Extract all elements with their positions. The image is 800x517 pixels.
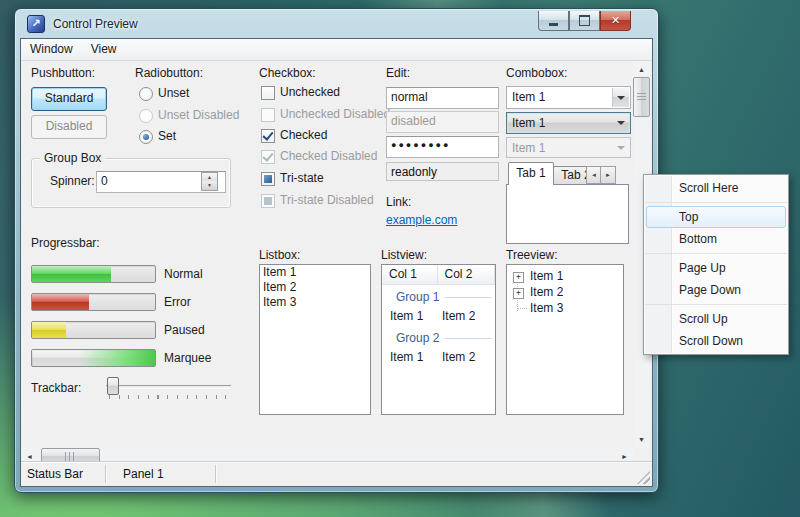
menu-item-scroll-up[interactable]: Scroll Up [646, 308, 786, 330]
listview-column-header[interactable]: Col 2 [438, 265, 495, 284]
group-box: Group Box Spinner: 0 ▲ ▼ [31, 158, 231, 208]
tree-item[interactable]: Item 2 [530, 285, 563, 299]
listbox-item[interactable]: Item 1 [260, 265, 370, 280]
combobox-button-drop-button[interactable] [613, 114, 629, 132]
menu-item-top[interactable]: Top [646, 206, 786, 228]
spinner-down-button[interactable]: ▼ [201, 181, 218, 191]
progressbar-marquee [31, 349, 156, 367]
horizontal-scrollbar[interactable]: ◄ ► [21, 448, 633, 462]
checkbox-tristate[interactable] [261, 172, 275, 186]
example-link[interactable]: example.com [386, 213, 457, 227]
desktop-background: ↗ Control Preview ✕ Window View Pushbutt… [0, 0, 800, 517]
listview-group-header: Group 2 [396, 331, 491, 345]
link-label: Link: [386, 195, 411, 209]
vertical-scrollbar-thumb[interactable] [633, 77, 650, 117]
checkbox-checked-disabled [261, 150, 275, 164]
group-box-title: Group Box [40, 151, 105, 165]
scrollbar-context-menu: Scroll Here Top Bottom Page Up Page Down… [643, 174, 789, 355]
checkbox-unchecked-disabled [261, 108, 275, 122]
progressbar-normal-fill [32, 266, 111, 282]
progressbar-error-label: Error [164, 295, 191, 309]
combobox-editable-drop-button[interactable] [612, 88, 629, 107]
radio-set[interactable] [139, 130, 153, 144]
menu-separator [645, 253, 787, 254]
edit-normal[interactable]: normal [386, 87, 499, 109]
menu-item-bottom[interactable]: Bottom [646, 228, 786, 250]
checkbox-unchecked-label[interactable]: Unchecked [280, 85, 340, 99]
treeview: + Item 1 + Item 2 Item 3 [506, 264, 624, 415]
progressbar-marquee-label: Marquee [164, 351, 211, 365]
radiobutton-label: Radiobutton: [135, 66, 203, 80]
listview-header: Col 1 Col 2 [382, 265, 495, 285]
checkbox-label: Checkbox: [259, 66, 316, 80]
menu-item-scroll-down[interactable]: Scroll Down [646, 330, 786, 352]
scroll-right-icon[interactable]: ► [621, 453, 628, 460]
checkbox-checked[interactable] [261, 129, 275, 143]
treeview-label: Treeview: [506, 248, 558, 262]
close-icon: ✕ [611, 12, 620, 29]
tree-item[interactable]: Item 1 [530, 269, 563, 283]
edit-password[interactable]: ●●●●●●●● [386, 136, 499, 158]
chevron-down-icon [617, 146, 625, 150]
trackbar-thumb[interactable] [107, 377, 119, 395]
close-button[interactable]: ✕ [600, 11, 631, 31]
menu-item-page-up[interactable]: Page Up [646, 257, 786, 279]
checkbox-tristate-disabled [261, 194, 275, 208]
trackbar-track[interactable] [106, 385, 231, 389]
checkbox-unchecked-disabled-label: Unchecked Disabled [280, 107, 390, 121]
spinner-label: Spinner: [50, 174, 95, 188]
control-preview-window: ↗ Control Preview ✕ Window View Pushbutt… [14, 8, 659, 493]
maximize-button[interactable] [569, 11, 600, 31]
listview-cell[interactable]: Item 1 [390, 309, 423, 323]
progressbar-marquee-fill [32, 350, 155, 366]
listview-cell[interactable]: Item 1 [390, 350, 423, 364]
window-body: Window View Pushbutton: Standard Disable… [20, 38, 653, 487]
checkbox-tristate-label[interactable]: Tri-state [280, 171, 324, 185]
tab-1[interactable]: Tab 1 [508, 162, 554, 185]
progressbar-normal [31, 265, 156, 283]
tab-scroll-right-button[interactable]: ► [600, 166, 616, 184]
radio-unset-label[interactable]: Unset [158, 86, 189, 100]
menu-item-page-down[interactable]: Page Down [646, 279, 786, 301]
scroll-left-icon[interactable]: ◄ [26, 453, 33, 460]
resize-grip[interactable] [637, 471, 650, 484]
thumb-grip [637, 93, 646, 101]
trackbar-ticks [109, 395, 231, 399]
maximize-icon [579, 15, 590, 26]
radio-set-label[interactable]: Set [158, 129, 176, 143]
menu-separator [645, 202, 787, 203]
listview-column-header[interactable]: Col 1 [382, 265, 438, 284]
tree-item[interactable]: Item 3 [530, 301, 563, 315]
combobox-button[interactable]: Item 1 [506, 112, 631, 134]
combobox-editable[interactable]: Item 1 [506, 86, 631, 109]
edit-readonly[interactable]: readonly [386, 162, 499, 181]
radio-unset[interactable] [139, 87, 153, 101]
listview: Col 1 Col 2 Group 1 Item 1 Item 2 Group … [381, 264, 496, 415]
scroll-up-icon[interactable]: ▲ [638, 66, 645, 73]
menu-item-scroll-here[interactable]: Scroll Here [646, 177, 786, 199]
menu-window[interactable]: Window [21, 39, 82, 60]
tree-expander-plus-icon[interactable]: + [513, 272, 524, 283]
status-bar-panel: Panel 1 [123, 467, 164, 481]
window-title: Control Preview [53, 17, 138, 31]
status-bar: Status Bar Panel 1 [21, 461, 652, 486]
listview-cell[interactable]: Item 2 [442, 350, 475, 364]
standard-button[interactable]: Standard [31, 87, 107, 111]
listbox: Item 1 Item 2 Item 3 [259, 264, 371, 415]
listview-cell[interactable]: Item 2 [442, 309, 475, 323]
listbox-item[interactable]: Item 3 [260, 295, 370, 310]
titlebar[interactable]: ↗ Control Preview ✕ [15, 9, 658, 38]
checkbox-checked-label[interactable]: Checked [280, 128, 327, 142]
combobox-disabled-value: Item 1 [512, 140, 545, 156]
edit-label: Edit: [386, 66, 410, 80]
listbox-item[interactable]: Item 2 [260, 280, 370, 295]
listview-group-name: Group 2 [396, 331, 439, 345]
checkbox-unchecked[interactable] [261, 86, 275, 100]
scroll-down-icon[interactable]: ▼ [638, 436, 645, 443]
horizontal-scrollbar-thumb[interactable] [41, 448, 100, 462]
tree-expander-plus-icon[interactable]: + [513, 288, 524, 299]
status-bar-panel: Status Bar [27, 467, 83, 481]
menu-view[interactable]: View [82, 39, 126, 60]
minimize-button[interactable] [538, 11, 569, 31]
radio-unset-disabled-label: Unset Disabled [158, 108, 239, 122]
